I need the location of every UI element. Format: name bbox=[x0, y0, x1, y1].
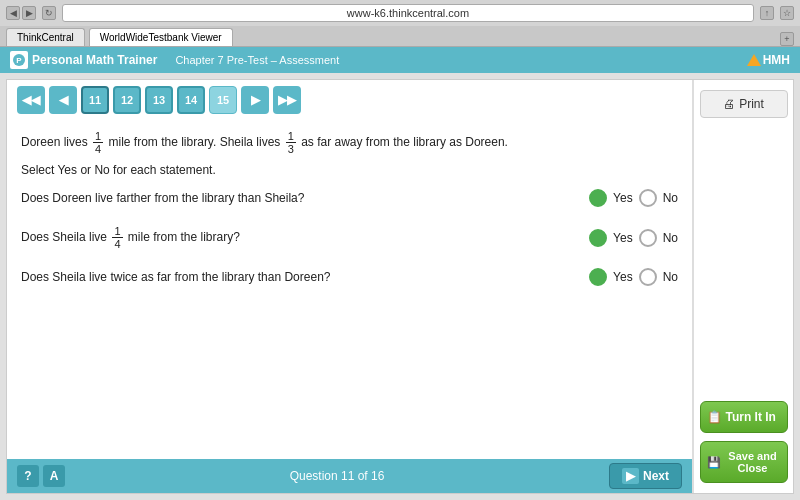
help-buttons: ? A bbox=[17, 465, 65, 487]
tab-worldwidetest[interactable]: WorldWideTestbank Viewer bbox=[89, 28, 233, 46]
nav-bar: ◀◀ ◀ 11 12 13 14 15 ▶ ▶▶ bbox=[7, 80, 692, 120]
app-title-label: Personal Math Trainer bbox=[32, 53, 157, 67]
next-page-btn[interactable]: ▶ bbox=[241, 86, 269, 114]
fraction-1-4: 1 4 bbox=[93, 130, 103, 155]
bottom-bar: ? A Question 11 of 16 ▶ Next bbox=[7, 459, 692, 493]
bookmark-btn[interactable]: ☆ bbox=[780, 6, 794, 20]
no-label-1: No bbox=[663, 191, 678, 205]
no-radio-3[interactable] bbox=[639, 268, 657, 286]
print-icon: 🖨 bbox=[723, 97, 735, 111]
yes-label-1: Yes bbox=[613, 191, 633, 205]
page-15-btn[interactable]: 15 bbox=[209, 86, 237, 114]
hmh-text: HMH bbox=[763, 53, 790, 67]
yes-label-3: Yes bbox=[613, 270, 633, 284]
intro-text3: as far away from the library as Doreen. bbox=[301, 135, 508, 149]
instruction-text: Select Yes or No for each statement. bbox=[21, 163, 678, 177]
help-question-btn[interactable]: ? bbox=[17, 465, 39, 487]
first-page-btn[interactable]: ◀◀ bbox=[17, 86, 45, 114]
question-area: Doreen lives 1 4 mile from the library. … bbox=[7, 120, 692, 459]
statement-3-text: Does Sheila live twice as far from the l… bbox=[21, 269, 579, 286]
fraction-1-3: 1 3 bbox=[286, 130, 296, 155]
forward-btn[interactable]: ▶ bbox=[22, 6, 36, 20]
turn-in-label: Turn It In bbox=[726, 410, 776, 424]
page-14-btn[interactable]: 14 bbox=[177, 86, 205, 114]
tab-thinkcentral[interactable]: ThinkCentral bbox=[6, 28, 85, 46]
back-btn[interactable]: ◀ bbox=[6, 6, 20, 20]
statement-row-2: Does Sheila live 1 4 mile from the libra… bbox=[21, 225, 678, 254]
yes-label-2: Yes bbox=[613, 231, 633, 245]
fraction-stmt2: 1 4 bbox=[112, 225, 122, 250]
question-intro: Doreen lives 1 4 mile from the library. … bbox=[21, 130, 678, 155]
reload-btn[interactable]: ↻ bbox=[42, 6, 56, 20]
save-close-label: Save and Close bbox=[725, 450, 781, 474]
statement-1-text: Does Doreen live farther from the librar… bbox=[21, 190, 579, 207]
yes-no-group-3: Yes No bbox=[589, 268, 678, 286]
intro-text1: Doreen lives bbox=[21, 135, 88, 149]
page-13-btn[interactable]: 13 bbox=[145, 86, 173, 114]
print-label: Print bbox=[739, 97, 764, 111]
next-label: Next bbox=[643, 469, 669, 483]
breadcrumb: Chapter 7 Pre-Test – Assessment bbox=[175, 54, 339, 66]
app-logo: P Personal Math Trainer bbox=[10, 51, 157, 69]
last-page-btn[interactable]: ▶▶ bbox=[273, 86, 301, 114]
question-counter: Question 11 of 16 bbox=[65, 469, 609, 483]
yes-radio-2[interactable] bbox=[589, 229, 607, 247]
prev-page-btn[interactable]: ◀ bbox=[49, 86, 77, 114]
no-label-3: No bbox=[663, 270, 678, 284]
yes-no-group-2: Yes No bbox=[589, 229, 678, 247]
no-radio-2[interactable] bbox=[639, 229, 657, 247]
app-header: P Personal Math Trainer Chapter 7 Pre-Te… bbox=[0, 47, 800, 73]
statement-row-1: Does Doreen live farther from the librar… bbox=[21, 189, 678, 211]
share-btn[interactable]: ↑ bbox=[760, 6, 774, 20]
yes-radio-1[interactable] bbox=[589, 189, 607, 207]
page-12-btn[interactable]: 12 bbox=[113, 86, 141, 114]
svg-text:P: P bbox=[16, 56, 22, 65]
yes-no-group-1: Yes No bbox=[589, 189, 678, 207]
print-button[interactable]: 🖨 Print bbox=[700, 90, 788, 118]
turn-in-icon: 📋 bbox=[707, 410, 722, 424]
statement-row-3: Does Sheila live twice as far from the l… bbox=[21, 268, 678, 290]
tab-worldwidetest-label: WorldWideTestbank Viewer bbox=[100, 32, 222, 43]
help-a-btn[interactable]: A bbox=[43, 465, 65, 487]
next-button[interactable]: ▶ Next bbox=[609, 463, 682, 489]
no-label-2: No bbox=[663, 231, 678, 245]
tab-thinkcentral-label: ThinkCentral bbox=[17, 32, 74, 43]
save-icon: 💾 bbox=[707, 456, 721, 469]
save-close-button[interactable]: 💾 Save and Close bbox=[700, 441, 788, 483]
intro-text2: mile from the library. Sheila lives bbox=[109, 135, 281, 149]
new-tab-btn[interactable]: + bbox=[780, 32, 794, 46]
yes-radio-3[interactable] bbox=[589, 268, 607, 286]
no-radio-1[interactable] bbox=[639, 189, 657, 207]
turn-in-button[interactable]: 📋 Turn It In bbox=[700, 401, 788, 433]
hmh-triangle-icon bbox=[747, 54, 761, 66]
next-arrow-icon: ▶ bbox=[622, 468, 639, 484]
address-bar[interactable]: www-k6.thinkcentral.com bbox=[62, 4, 754, 22]
logo-icon: P bbox=[10, 51, 28, 69]
hmh-logo: HMH bbox=[747, 53, 790, 67]
left-panel: ◀◀ ◀ 11 12 13 14 15 ▶ ▶▶ Doreen lives 1 bbox=[7, 80, 693, 493]
statement-2-text: Does Sheila live 1 4 mile from the libra… bbox=[21, 225, 579, 250]
right-panel: 🖨 Print 📋 Turn It In 💾 Save and Close bbox=[693, 80, 793, 493]
page-11-btn[interactable]: 11 bbox=[81, 86, 109, 114]
